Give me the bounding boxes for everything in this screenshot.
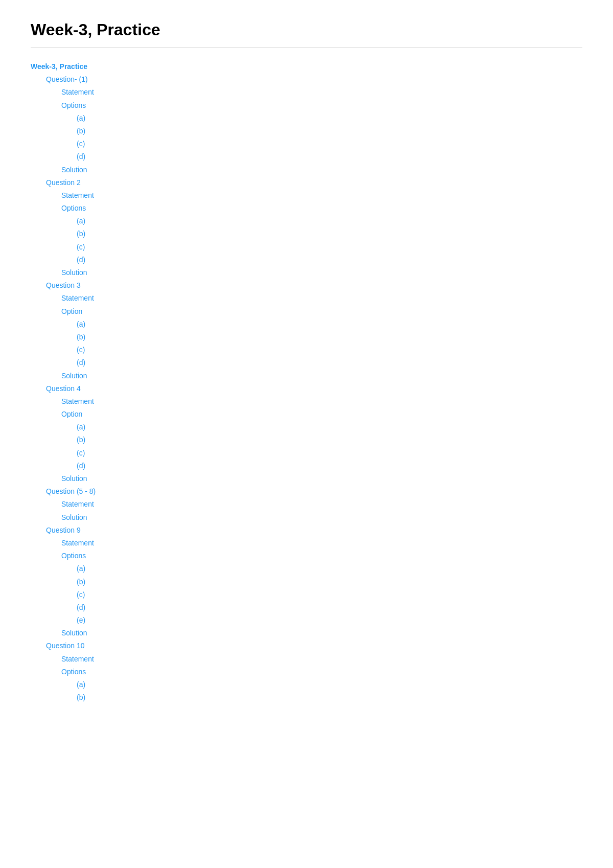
nav-item[interactable]: Question 9 bbox=[46, 524, 582, 537]
nav-item[interactable]: (d) bbox=[77, 254, 582, 266]
page-title: Week-3, Practice bbox=[31, 20, 582, 48]
nav-item[interactable]: Solution bbox=[61, 472, 582, 485]
nav-item[interactable]: Options bbox=[61, 666, 582, 678]
nav-item[interactable]: Option bbox=[61, 408, 582, 421]
nav-item[interactable]: (b) bbox=[77, 227, 582, 240]
nav-item[interactable]: Solution bbox=[61, 164, 582, 176]
nav-item[interactable]: (a) bbox=[77, 421, 582, 433]
nav-item[interactable]: Statement bbox=[61, 498, 582, 511]
nav-item[interactable]: Option bbox=[61, 305, 582, 318]
nav-item[interactable]: (d) bbox=[77, 356, 582, 369]
nav-item[interactable]: Question 4 bbox=[46, 382, 582, 395]
nav-item[interactable]: (e) bbox=[77, 614, 582, 627]
nav-item[interactable]: (a) bbox=[77, 112, 582, 125]
nav-item[interactable]: (b) bbox=[77, 331, 582, 344]
nav-item[interactable]: Question 2 bbox=[46, 176, 582, 189]
nav-item[interactable]: Solution bbox=[61, 370, 582, 382]
nav-item[interactable]: (b) bbox=[77, 691, 582, 704]
nav-item[interactable]: Statement bbox=[61, 395, 582, 408]
nav-item[interactable]: Statement bbox=[61, 86, 582, 99]
nav-item[interactable]: (b) bbox=[77, 433, 582, 446]
nav-item[interactable]: (c) bbox=[77, 138, 582, 150]
nav-item[interactable]: (b) bbox=[77, 576, 582, 588]
nav-item[interactable]: Options bbox=[61, 99, 582, 112]
nav-item[interactable]: Question- (1) bbox=[46, 73, 582, 86]
nav-item[interactable]: Question (5 - 8) bbox=[46, 485, 582, 498]
nav-item[interactable]: (d) bbox=[77, 460, 582, 472]
page-container: Week-3, Practice Week-3, Practice Questi… bbox=[0, 0, 613, 724]
nav-item[interactable]: (a) bbox=[77, 215, 582, 227]
nav-item[interactable]: Solution bbox=[61, 266, 582, 279]
nav-item[interactable]: (b) bbox=[77, 125, 582, 138]
nav-tree: Question- (1)StatementOptions(a)(b)(c)(d… bbox=[31, 73, 582, 704]
nav-root[interactable]: Week-3, Practice bbox=[31, 60, 582, 73]
nav-item[interactable]: (d) bbox=[77, 601, 582, 614]
tree-nav: Week-3, Practice Question- (1)StatementO… bbox=[31, 60, 582, 704]
nav-item[interactable]: Options bbox=[61, 550, 582, 562]
nav-item[interactable]: Statement bbox=[61, 292, 582, 305]
nav-item[interactable]: Statement bbox=[61, 189, 582, 202]
nav-item[interactable]: (d) bbox=[77, 150, 582, 163]
nav-item[interactable]: (c) bbox=[77, 241, 582, 254]
nav-item[interactable]: (a) bbox=[77, 678, 582, 691]
nav-item[interactable]: Question 10 bbox=[46, 639, 582, 652]
nav-item[interactable]: Statement bbox=[61, 653, 582, 666]
nav-item[interactable]: Question 3 bbox=[46, 279, 582, 292]
nav-item[interactable]: (a) bbox=[77, 318, 582, 331]
nav-item[interactable]: Options bbox=[61, 202, 582, 215]
nav-item[interactable]: (c) bbox=[77, 447, 582, 460]
nav-item[interactable]: Statement bbox=[61, 537, 582, 550]
nav-item[interactable]: (c) bbox=[77, 588, 582, 601]
nav-item[interactable]: (a) bbox=[77, 562, 582, 575]
nav-item[interactable]: (c) bbox=[77, 344, 582, 356]
nav-item[interactable]: Solution bbox=[61, 511, 582, 524]
nav-item[interactable]: Solution bbox=[61, 627, 582, 639]
